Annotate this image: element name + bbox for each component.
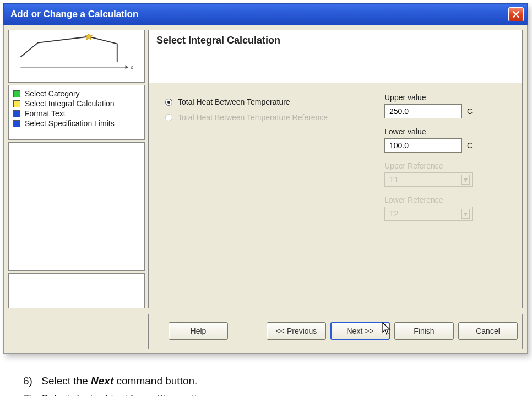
sidebar-spacer xyxy=(8,142,145,271)
instruction-number: 6) xyxy=(23,372,39,390)
lower-value-label: Lower value xyxy=(384,127,506,136)
radio-label: Total Heat Between Temperature xyxy=(178,97,290,106)
button-bar: Help << Previous Next >> Finish Cancel xyxy=(148,314,523,349)
help-button[interactable]: Help xyxy=(169,322,228,340)
chevron-down-icon: ▾ xyxy=(461,175,470,185)
instruction-line: 6) Select the Next command button. xyxy=(23,372,532,390)
cancel-button[interactable]: Cancel xyxy=(458,322,518,340)
step-label: Select Specification Limits xyxy=(25,119,115,128)
lower-value-group: Lower value C xyxy=(384,127,506,153)
upper-reference-dropdown: T1 ▾ xyxy=(384,172,473,187)
sidebar-description xyxy=(8,273,145,308)
upper-value-label: Upper value xyxy=(384,93,506,102)
radio-label: Total Heat Between Temperature Reference xyxy=(178,113,328,122)
page-title: Select Integral Calculation xyxy=(156,35,280,46)
dialog: Add or Change a Calculation x xyxy=(3,3,528,354)
instruction-number: 7) xyxy=(23,390,39,396)
dropdown-value: T2 xyxy=(389,209,398,218)
value-fields: Upper value C Lower value C xyxy=(384,93,506,230)
chevron-down-icon: ▾ xyxy=(461,209,470,219)
radio-icon xyxy=(165,114,172,121)
page-heading: Select Integral Calculation xyxy=(148,30,523,83)
wizard-steps: Select Category Select Integral Calculat… xyxy=(8,85,145,140)
previous-button[interactable]: << Previous xyxy=(267,322,326,340)
step-spec-limits[interactable]: Select Specification Limits xyxy=(12,118,141,128)
step-label: Select Category xyxy=(25,89,80,98)
unit-label: C xyxy=(467,107,473,116)
lower-reference-label: Lower Reference xyxy=(384,196,506,204)
step-color-icon xyxy=(13,110,20,117)
step-color-icon xyxy=(13,90,20,97)
lower-reference-dropdown: T2 ▾ xyxy=(384,207,473,221)
next-button[interactable]: Next >> xyxy=(330,322,390,340)
step-label: Format Text xyxy=(25,109,66,118)
step-select-integral[interactable]: Select Integral Calculation xyxy=(12,99,141,109)
unit-label: C xyxy=(467,141,473,150)
instruction-line: 7) Select desired text formatting option… xyxy=(23,390,532,396)
wizard-content: Select Integral Calculation Total Heat B… xyxy=(148,30,523,308)
radio-icon xyxy=(165,99,172,106)
dropdown-value: T1 xyxy=(389,175,398,184)
svg-text:x: x xyxy=(131,64,133,70)
lower-value-input[interactable] xyxy=(384,138,462,153)
upper-reference-group: Upper Reference T1 ▾ xyxy=(384,161,506,187)
step-select-category[interactable]: Select Category xyxy=(12,89,141,99)
step-label: Select Integral Calculation xyxy=(25,99,115,108)
close-icon xyxy=(513,11,519,18)
step-format-text[interactable]: Format Text xyxy=(12,109,141,118)
upper-value-group: Upper value C xyxy=(384,93,506,118)
wizard-sidebar: x Select Category Select Integral xyxy=(8,30,145,308)
finish-button[interactable]: Finish xyxy=(394,322,454,340)
step-color-icon xyxy=(13,100,20,107)
close-button[interactable] xyxy=(508,7,524,21)
window-title: Add or Change a Calculation xyxy=(10,9,138,20)
dialog-body: x Select Category Select Integral xyxy=(3,25,528,354)
instructions: 6) Select the Next command button. 7) Se… xyxy=(23,372,532,396)
form-area: Total Heat Between Temperature Total Hea… xyxy=(148,83,523,308)
lower-reference-group: Lower Reference T2 ▾ xyxy=(384,196,506,221)
upper-value-input[interactable] xyxy=(384,104,462,118)
upper-reference-label: Upper Reference xyxy=(384,161,506,170)
preview-graph: x xyxy=(8,30,145,83)
titlebar: Add or Change a Calculation xyxy=(3,3,528,25)
step-color-icon xyxy=(13,120,20,127)
